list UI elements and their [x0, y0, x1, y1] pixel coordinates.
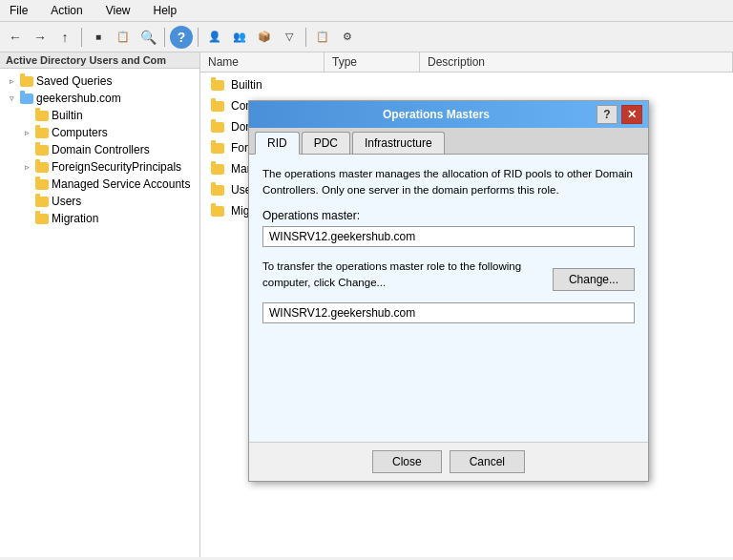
operations-master-label: Operations master:	[262, 209, 635, 222]
expand-builtin	[19, 108, 34, 123]
folder-icon-builtin	[34, 108, 50, 123]
builtin-label: Builtin	[52, 109, 83, 122]
new-user-button[interactable]: 👤	[203, 26, 226, 49]
tree-item-domain-controllers[interactable]: Domain Controllers	[0, 141, 199, 158]
menu-help[interactable]: Help	[148, 2, 183, 19]
forward-button[interactable]: →	[29, 26, 52, 49]
cancel-footer-button[interactable]: Cancel	[450, 450, 525, 473]
separator-1	[81, 28, 82, 47]
up-button[interactable]: ↑	[53, 26, 76, 49]
expand-managed	[19, 176, 34, 192]
panel-header: Active Directory Users and Com	[0, 52, 199, 69]
folder-icon-dc	[34, 142, 50, 157]
menu-bar: File Action View Help	[0, 0, 733, 22]
tree-item-computers[interactable]: ▹ Computers	[0, 124, 199, 141]
back-button[interactable]: ←	[4, 26, 27, 49]
dialog-content: The operations master manages the alloca…	[249, 155, 648, 442]
transfer-row: To transfer the operations master role t…	[262, 259, 635, 292]
dialog-footer: Close Cancel	[249, 442, 648, 481]
dialog-description: The operations master manages the alloca…	[262, 166, 635, 199]
tab-rid[interactable]: RID	[255, 132, 300, 155]
foreign-label: ForeignSecurityPrincipals	[52, 160, 181, 174]
new-ou-button[interactable]: 📦	[253, 26, 276, 49]
tree-item-domain[interactable]: ▿ geekershub.com	[0, 90, 199, 107]
tree-item-users[interactable]: Users	[0, 193, 199, 210]
tree-container: ▹ Saved Queries ▿ geekershub.com Builtin…	[0, 69, 199, 557]
expand-saved-queries: ▹	[4, 73, 19, 89]
separator-3	[198, 28, 199, 47]
expand-computers: ▹	[19, 125, 34, 140]
computers-label: Computers	[52, 126, 108, 139]
left-panel: Active Directory Users and Com ▹ Saved Q…	[0, 52, 200, 557]
main-container: Active Directory Users and Com ▹ Saved Q…	[0, 52, 733, 557]
migration-label: Migration	[52, 212, 98, 225]
tree-item-saved-queries[interactable]: ▹ Saved Queries	[0, 73, 199, 90]
show-hide-button[interactable]: ■	[87, 26, 110, 49]
saved-queries-label: Saved Queries	[36, 74, 112, 88]
tab-bar: RID PDC Infrastructure	[249, 128, 648, 155]
content-panel: Name Type Description Builtin Computers …	[200, 52, 733, 557]
operations-master-input[interactable]	[262, 226, 635, 247]
filter-button[interactable]: ▽	[278, 26, 301, 49]
transfer-value-input[interactable]	[262, 302, 635, 323]
menu-action[interactable]: Action	[45, 2, 88, 19]
folder-icon-users	[34, 194, 50, 209]
expand-foreign: ▹	[19, 159, 34, 175]
separator-2	[164, 28, 165, 47]
dialog-close-button[interactable]: ✕	[621, 105, 642, 124]
folder-icon-managed	[34, 176, 50, 192]
folder-icon-migration	[34, 211, 50, 226]
menu-view[interactable]: View	[100, 2, 136, 19]
users-label: Users	[52, 195, 81, 208]
tree-item-managed[interactable]: Managed Service Accounts	[0, 176, 199, 193]
folder-icon-saved-queries	[19, 73, 34, 89]
help-button[interactable]: ?	[170, 26, 193, 49]
transfer-label: To transfer the operations master role t…	[262, 259, 543, 292]
separator-4	[305, 28, 306, 47]
tree-item-migration[interactable]: Migration	[0, 210, 199, 227]
expand-dc	[19, 142, 34, 157]
folder-icon-foreign	[34, 159, 50, 175]
dialog-help-button[interactable]: ?	[597, 105, 618, 124]
dialog-title: Operations Masters	[278, 108, 595, 121]
tree-item-foreign[interactable]: ▹ ForeignSecurityPrincipals	[0, 158, 199, 176]
tab-infrastructure[interactable]: Infrastructure	[352, 132, 445, 154]
search-button[interactable]: 🔍	[136, 26, 159, 49]
managed-label: Managed Service Accounts	[52, 177, 190, 191]
copy-button[interactable]: 📋	[112, 26, 135, 49]
domain-icon	[19, 91, 34, 106]
refresh-button[interactable]: ⚙	[336, 26, 359, 49]
change-button[interactable]: Change...	[553, 268, 635, 291]
expand-migration	[19, 211, 34, 226]
domain-label: geekershub.com	[36, 92, 121, 105]
dc-label: Domain Controllers	[52, 143, 150, 156]
new-group-button[interactable]: 👥	[228, 26, 251, 49]
operations-masters-dialog: Operations Masters ? ✕ RID PDC Infrastru…	[248, 100, 649, 482]
toolbar: ← → ↑ ■ 📋 🔍 ? 👤 👥 📦 ▽ 📋 ⚙	[0, 22, 733, 52]
menu-file[interactable]: File	[4, 2, 33, 19]
dialog-overlay: Operations Masters ? ✕ RID PDC Infrastru…	[200, 52, 733, 557]
tab-pdc[interactable]: PDC	[302, 132, 350, 154]
close-footer-button[interactable]: Close	[372, 450, 442, 473]
folder-icon-computers	[34, 125, 50, 140]
expand-users	[19, 194, 34, 209]
expand-domain: ▿	[4, 91, 19, 106]
tree-item-builtin[interactable]: Builtin	[0, 107, 199, 124]
properties-button[interactable]: 📋	[311, 26, 334, 49]
dialog-titlebar: Operations Masters ? ✕	[249, 101, 648, 128]
